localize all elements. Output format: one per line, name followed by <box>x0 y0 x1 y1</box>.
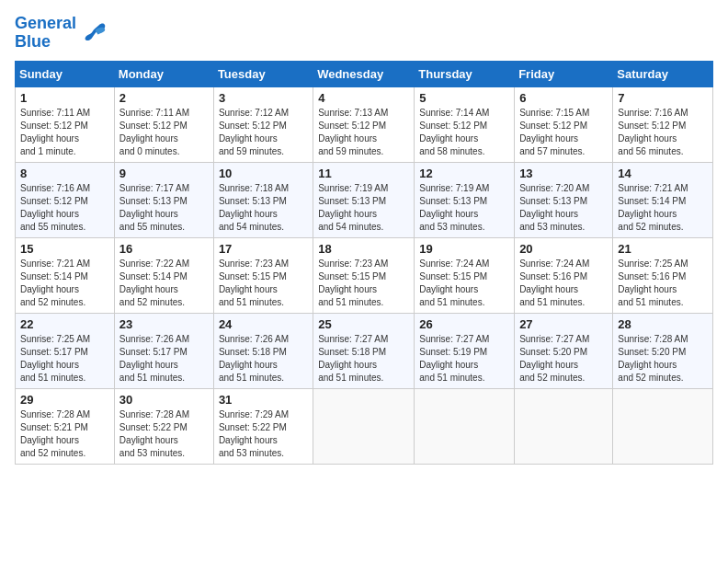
day-number-29: 29 <box>20 393 109 407</box>
logo: GeneralBlue <box>15 15 108 52</box>
day-detail-10: Sunrise: 7:18 AMSunset: 5:13 PMDaylight … <box>219 182 308 234</box>
day-cell-1: 1Sunrise: 7:11 AMSunset: 5:12 PMDaylight… <box>16 86 115 162</box>
day-number-21: 21 <box>618 242 708 256</box>
week-row-1: 1Sunrise: 7:11 AMSunset: 5:12 PMDaylight… <box>16 86 713 162</box>
calendar-body: 1Sunrise: 7:11 AMSunset: 5:12 PMDaylight… <box>16 86 713 464</box>
day-cell-24: 24Sunrise: 7:26 AMSunset: 5:18 PMDayligh… <box>213 313 313 388</box>
day-number-15: 15 <box>20 242 109 256</box>
day-cell-28: 28Sunrise: 7:28 AMSunset: 5:20 PMDayligh… <box>613 313 713 388</box>
day-number-2: 2 <box>119 91 209 105</box>
day-number-25: 25 <box>318 317 409 331</box>
header-wednesday: Wednesday <box>313 61 415 86</box>
day-cell-19: 19Sunrise: 7:24 AMSunset: 5:15 PMDayligh… <box>415 237 515 313</box>
day-number-22: 22 <box>20 317 109 331</box>
day-detail-7: Sunrise: 7:16 AMSunset: 5:12 PMDaylight … <box>618 107 708 158</box>
day-detail-9: Sunrise: 7:17 AMSunset: 5:13 PMDaylight … <box>119 182 209 234</box>
day-detail-27: Sunrise: 7:27 AMSunset: 5:20 PMDaylight … <box>519 333 608 385</box>
day-detail-5: Sunrise: 7:14 AMSunset: 5:12 PMDaylight … <box>419 107 509 158</box>
header-monday: Monday <box>114 61 213 86</box>
day-cell-11: 11Sunrise: 7:19 AMSunset: 5:13 PMDayligh… <box>313 162 415 237</box>
day-number-26: 26 <box>419 317 509 331</box>
day-detail-8: Sunrise: 7:16 AMSunset: 5:12 PMDaylight … <box>20 182 109 234</box>
day-detail-22: Sunrise: 7:25 AMSunset: 5:17 PMDaylight … <box>20 333 109 385</box>
day-detail-6: Sunrise: 7:15 AMSunset: 5:12 PMDaylight … <box>519 107 608 158</box>
day-cell-6: 6Sunrise: 7:15 AMSunset: 5:12 PMDaylight… <box>515 86 613 162</box>
header-friday: Friday <box>515 61 613 86</box>
empty-cell <box>515 388 613 464</box>
day-number-19: 19 <box>419 242 509 256</box>
day-cell-4: 4Sunrise: 7:13 AMSunset: 5:12 PMDaylight… <box>313 86 415 162</box>
day-cell-7: 7Sunrise: 7:16 AMSunset: 5:12 PMDaylight… <box>613 86 713 162</box>
logo-bird-icon <box>80 19 108 47</box>
day-number-12: 12 <box>419 167 509 180</box>
day-number-23: 23 <box>119 317 209 331</box>
day-detail-2: Sunrise: 7:11 AMSunset: 5:12 PMDaylight … <box>119 107 209 158</box>
day-cell-8: 8Sunrise: 7:16 AMSunset: 5:12 PMDaylight… <box>16 162 115 237</box>
day-cell-29: 29Sunrise: 7:28 AMSunset: 5:21 PMDayligh… <box>16 388 115 464</box>
day-detail-30: Sunrise: 7:28 AMSunset: 5:22 PMDaylight … <box>119 408 209 460</box>
calendar-table: SundayMondayTuesdayWednesdayThursdayFrid… <box>15 61 713 465</box>
day-number-31: 31 <box>219 393 308 407</box>
day-cell-2: 2Sunrise: 7:11 AMSunset: 5:12 PMDaylight… <box>114 86 213 162</box>
day-detail-16: Sunrise: 7:22 AMSunset: 5:14 PMDaylight … <box>119 258 209 309</box>
week-row-2: 8Sunrise: 7:16 AMSunset: 5:12 PMDaylight… <box>16 162 713 237</box>
day-detail-17: Sunrise: 7:23 AMSunset: 5:15 PMDaylight … <box>219 258 308 309</box>
logo-text: GeneralBlue <box>15 15 76 52</box>
day-number-7: 7 <box>618 91 708 105</box>
day-cell-9: 9Sunrise: 7:17 AMSunset: 5:13 PMDaylight… <box>114 162 213 237</box>
day-detail-11: Sunrise: 7:19 AMSunset: 5:13 PMDaylight … <box>318 182 409 234</box>
day-number-16: 16 <box>119 242 209 256</box>
day-cell-10: 10Sunrise: 7:18 AMSunset: 5:13 PMDayligh… <box>213 162 313 237</box>
day-cell-15: 15Sunrise: 7:21 AMSunset: 5:14 PMDayligh… <box>16 237 115 313</box>
day-cell-22: 22Sunrise: 7:25 AMSunset: 5:17 PMDayligh… <box>16 313 115 388</box>
week-row-5: 29Sunrise: 7:28 AMSunset: 5:21 PMDayligh… <box>16 388 713 464</box>
day-number-20: 20 <box>519 242 608 256</box>
page-header: GeneralBlue <box>15 15 713 52</box>
day-number-9: 9 <box>119 167 209 180</box>
day-detail-29: Sunrise: 7:28 AMSunset: 5:21 PMDaylight … <box>20 408 109 460</box>
day-detail-21: Sunrise: 7:25 AMSunset: 5:16 PMDaylight … <box>618 258 708 309</box>
day-detail-26: Sunrise: 7:27 AMSunset: 5:19 PMDaylight … <box>419 333 509 385</box>
day-number-13: 13 <box>519 167 608 180</box>
day-number-11: 11 <box>318 167 409 180</box>
day-cell-5: 5Sunrise: 7:14 AMSunset: 5:12 PMDaylight… <box>415 86 515 162</box>
day-cell-23: 23Sunrise: 7:26 AMSunset: 5:17 PMDayligh… <box>114 313 213 388</box>
day-cell-14: 14Sunrise: 7:21 AMSunset: 5:14 PMDayligh… <box>613 162 713 237</box>
empty-cell <box>313 388 415 464</box>
header-sunday: Sunday <box>16 61 115 86</box>
day-cell-13: 13Sunrise: 7:20 AMSunset: 5:13 PMDayligh… <box>515 162 613 237</box>
calendar-header-row: SundayMondayTuesdayWednesdayThursdayFrid… <box>16 61 713 86</box>
week-row-4: 22Sunrise: 7:25 AMSunset: 5:17 PMDayligh… <box>16 313 713 388</box>
day-number-18: 18 <box>318 242 409 256</box>
day-detail-19: Sunrise: 7:24 AMSunset: 5:15 PMDaylight … <box>419 258 509 309</box>
day-cell-18: 18Sunrise: 7:23 AMSunset: 5:15 PMDayligh… <box>313 237 415 313</box>
header-saturday: Saturday <box>613 61 713 86</box>
day-number-8: 8 <box>20 167 109 180</box>
day-number-10: 10 <box>219 167 308 180</box>
day-detail-31: Sunrise: 7:29 AMSunset: 5:22 PMDaylight … <box>219 408 308 460</box>
empty-cell <box>415 388 515 464</box>
day-number-6: 6 <box>519 91 608 105</box>
day-detail-28: Sunrise: 7:28 AMSunset: 5:20 PMDaylight … <box>618 333 708 385</box>
week-row-3: 15Sunrise: 7:21 AMSunset: 5:14 PMDayligh… <box>16 237 713 313</box>
day-detail-20: Sunrise: 7:24 AMSunset: 5:16 PMDaylight … <box>519 258 608 309</box>
day-cell-31: 31Sunrise: 7:29 AMSunset: 5:22 PMDayligh… <box>213 388 313 464</box>
day-detail-18: Sunrise: 7:23 AMSunset: 5:15 PMDaylight … <box>318 258 409 309</box>
day-number-3: 3 <box>219 91 308 105</box>
day-detail-25: Sunrise: 7:27 AMSunset: 5:18 PMDaylight … <box>318 333 409 385</box>
day-detail-3: Sunrise: 7:12 AMSunset: 5:12 PMDaylight … <box>219 107 308 158</box>
day-detail-15: Sunrise: 7:21 AMSunset: 5:14 PMDaylight … <box>20 258 109 309</box>
day-number-4: 4 <box>318 91 409 105</box>
header-thursday: Thursday <box>415 61 515 86</box>
day-cell-17: 17Sunrise: 7:23 AMSunset: 5:15 PMDayligh… <box>213 237 313 313</box>
day-cell-27: 27Sunrise: 7:27 AMSunset: 5:20 PMDayligh… <box>515 313 613 388</box>
day-number-17: 17 <box>219 242 308 256</box>
day-detail-14: Sunrise: 7:21 AMSunset: 5:14 PMDaylight … <box>618 182 708 234</box>
day-number-27: 27 <box>519 317 608 331</box>
day-number-5: 5 <box>419 91 509 105</box>
day-cell-3: 3Sunrise: 7:12 AMSunset: 5:12 PMDaylight… <box>213 86 313 162</box>
day-number-30: 30 <box>119 393 209 407</box>
day-number-14: 14 <box>618 167 708 180</box>
day-cell-26: 26Sunrise: 7:27 AMSunset: 5:19 PMDayligh… <box>415 313 515 388</box>
day-number-1: 1 <box>20 91 109 105</box>
